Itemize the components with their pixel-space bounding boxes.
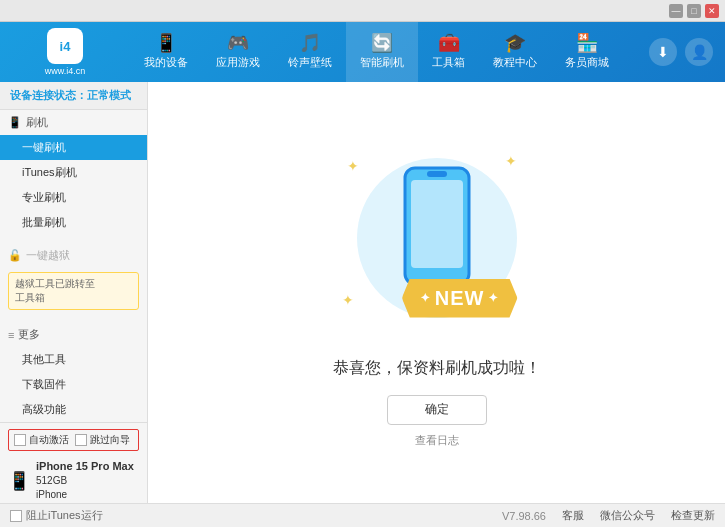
time-guide-checkbox[interactable]: 跳过向导: [75, 433, 130, 447]
nav-service[interactable]: 🏪 务员商城: [551, 22, 623, 82]
sidebar-item-advanced[interactable]: 高级功能: [0, 397, 147, 422]
header-right: ⬇ 👤: [649, 38, 725, 66]
device-storage: 512GB: [36, 474, 134, 488]
status-value: 正常模式: [87, 89, 131, 101]
nav-tabs: 📱 我的设备 🎮 应用游戏 🎵 铃声壁纸 🔄 智能刷机 🧰 工具箱 🎓 教程中心…: [130, 22, 649, 82]
footer: 阻止iTunes运行 V7.98.66 客服 微信公众号 检查更新: [0, 503, 725, 527]
jailbreak-section-icon: 🔓: [8, 249, 22, 262]
sidebar-section-jailbreak: 🔓 一键越狱 越狱工具已跳转至工具箱: [0, 243, 147, 314]
sidebar-section-jailbreak-header: 🔓 一键越狱: [0, 243, 147, 268]
my-device-icon: 📱: [155, 34, 177, 52]
device-phone-icon: 📱: [8, 470, 30, 492]
logo-url: www.i4.cn: [45, 66, 86, 76]
toolbox-icon: 🧰: [438, 34, 460, 52]
jailbreak-notice: 越狱工具已跳转至工具箱: [8, 272, 139, 310]
new-banner: ✦ NEW ✦: [402, 279, 518, 318]
nav-my-device[interactable]: 📱 我的设备: [130, 22, 202, 82]
svg-rect-2: [427, 171, 447, 177]
time-guide-label: 跳过向导: [90, 433, 130, 447]
minimize-icon[interactable]: —: [669, 4, 683, 18]
device-row: 📱 iPhone 15 Pro Max 512GB iPhone: [8, 457, 139, 503]
logo-icon: i4: [47, 28, 83, 64]
nav-toolbox-label: 工具箱: [432, 55, 465, 70]
sidebar-section-more-header: ≡ 更多: [0, 322, 147, 347]
device-type: iPhone: [36, 488, 134, 502]
sidebar-item-one-key-flash[interactable]: 一键刷机: [0, 135, 147, 160]
window-top-bar: — □ ✕: [0, 0, 725, 22]
footer-wechat[interactable]: 微信公众号: [600, 508, 655, 523]
new-star-left: ✦: [420, 291, 431, 305]
log-link[interactable]: 查看日志: [415, 433, 459, 448]
auto-activate-row: 自动激活 跳过向导: [8, 429, 139, 451]
stop-itunes-label: 阻止iTunes运行: [26, 508, 103, 523]
nav-toolbox[interactable]: 🧰 工具箱: [418, 22, 479, 82]
sparkle-3: ✦: [342, 292, 354, 308]
more-section-label: 更多: [18, 327, 40, 342]
smart-flash-icon: 🔄: [371, 34, 393, 52]
maximize-icon[interactable]: □: [687, 4, 701, 18]
device-info: iPhone 15 Pro Max 512GB iPhone: [36, 459, 134, 502]
sidebar-bottom: 自动激活 跳过向导 📱 iPhone 15 Pro Max 512GB iPho…: [0, 422, 147, 503]
jailbreak-section-label: 一键越狱: [26, 248, 70, 263]
auto-activate-label: 自动激活: [29, 433, 69, 447]
sidebar-section-flash: 📱 刷机 一键刷机 iTunes刷机 专业刷机 批量刷机: [0, 110, 147, 235]
phone-svg: [403, 166, 471, 286]
confirm-button[interactable]: 确定: [387, 395, 487, 425]
nav-smart-flash-label: 智能刷机: [360, 55, 404, 70]
sidebar-item-download-firmware[interactable]: 下载固件: [0, 372, 147, 397]
stop-itunes-checkbox[interactable]: [10, 510, 22, 522]
device-name: iPhone 15 Pro Max: [36, 459, 134, 474]
sidebar-section-more: ≡ 更多 其他工具 下载固件 高级功能: [0, 322, 147, 422]
status-label: 设备连接状态：: [10, 89, 87, 101]
footer-check-update[interactable]: 检查更新: [671, 508, 715, 523]
sidebar-item-itunes-flash[interactable]: iTunes刷机: [0, 160, 147, 185]
sparkle-2: ✦: [505, 153, 517, 169]
nav-tutorial[interactable]: 🎓 教程中心: [479, 22, 551, 82]
content-area: ✦ ✦ ✦ ✦ NEW ✦ 恭喜您，保资料刷机成功啦！ 确定 查看日志: [148, 82, 725, 503]
footer-left: 阻止iTunes运行: [10, 508, 103, 523]
ringtone-icon: 🎵: [299, 34, 321, 52]
download-button[interactable]: ⬇: [649, 38, 677, 66]
sidebar-item-pro-flash[interactable]: 专业刷机: [0, 185, 147, 210]
sidebar-status: 设备连接状态：正常模式: [0, 82, 147, 110]
tutorial-icon: 🎓: [504, 34, 526, 52]
auto-activate-cb: [14, 434, 26, 446]
main-layout: 设备连接状态：正常模式 📱 刷机 一键刷机 iTunes刷机 专业刷机 批量刷机…: [0, 82, 725, 503]
logo-area: i4 www.i4.cn: [0, 28, 130, 76]
nav-ringtone[interactable]: 🎵 铃声壁纸: [274, 22, 346, 82]
more-section-icon: ≡: [8, 329, 14, 341]
success-message: 恭喜您，保资料刷机成功啦！: [333, 358, 541, 379]
nav-service-label: 务员商城: [565, 55, 609, 70]
nav-app-games-label: 应用游戏: [216, 55, 260, 70]
flash-section-icon: 📱: [8, 116, 22, 129]
time-guide-cb: [75, 434, 87, 446]
nav-ringtone-label: 铃声壁纸: [288, 55, 332, 70]
app-games-icon: 🎮: [227, 34, 249, 52]
version-label: V7.98.66: [502, 510, 546, 522]
new-star-right: ✦: [488, 291, 499, 305]
sidebar: 设备连接状态：正常模式 📱 刷机 一键刷机 iTunes刷机 专业刷机 批量刷机…: [0, 82, 148, 503]
nav-app-games[interactable]: 🎮 应用游戏: [202, 22, 274, 82]
footer-customer-service[interactable]: 客服: [562, 508, 584, 523]
flash-section-label: 刷机: [26, 115, 48, 130]
user-button[interactable]: 👤: [685, 38, 713, 66]
nav-tutorial-label: 教程中心: [493, 55, 537, 70]
sidebar-item-batch-flash[interactable]: 批量刷机: [0, 210, 147, 235]
success-illustration: ✦ ✦ ✦ ✦ NEW ✦: [327, 138, 547, 338]
nav-smart-flash[interactable]: 🔄 智能刷机: [346, 22, 418, 82]
nav-my-device-label: 我的设备: [144, 55, 188, 70]
header: i4 www.i4.cn 📱 我的设备 🎮 应用游戏 🎵 铃声壁纸 🔄 智能刷机…: [0, 22, 725, 82]
sidebar-item-other-tools[interactable]: 其他工具: [0, 347, 147, 372]
close-icon[interactable]: ✕: [705, 4, 719, 18]
service-icon: 🏪: [576, 34, 598, 52]
auto-activate-checkbox[interactable]: 自动激活: [14, 433, 69, 447]
sidebar-section-flash-header: 📱 刷机: [0, 110, 147, 135]
sparkle-1: ✦: [347, 158, 359, 174]
footer-right: V7.98.66 客服 微信公众号 检查更新: [502, 508, 715, 523]
new-label: NEW: [435, 287, 485, 310]
svg-rect-1: [411, 180, 463, 268]
